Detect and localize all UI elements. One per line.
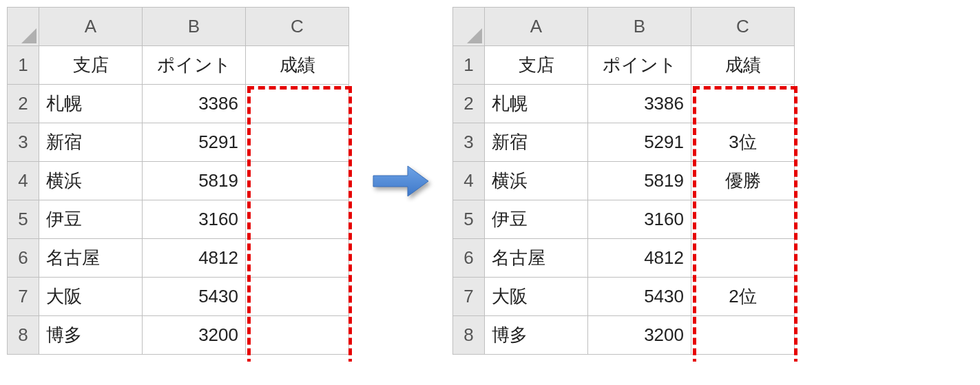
arrow-icon bbox=[370, 160, 432, 202]
row-header[interactable]: 8 bbox=[8, 316, 39, 355]
cell-branch[interactable]: 博多 bbox=[39, 316, 143, 355]
cell-branch[interactable]: 博多 bbox=[485, 316, 588, 355]
cell-points[interactable]: 5819 bbox=[143, 162, 246, 200]
header-cell-points[interactable]: ポイント bbox=[143, 46, 246, 85]
cell-branch[interactable]: 大阪 bbox=[39, 278, 143, 316]
col-header-C[interactable]: C bbox=[246, 8, 349, 46]
header-cell-branch[interactable]: 支店 bbox=[39, 46, 143, 85]
row-header[interactable]: 6 bbox=[8, 239, 39, 278]
cell-points[interactable]: 5430 bbox=[588, 278, 691, 316]
row-header[interactable]: 8 bbox=[453, 316, 485, 355]
row-header[interactable]: 2 bbox=[453, 85, 485, 123]
row-header[interactable]: 4 bbox=[8, 162, 39, 200]
row-header[interactable]: 1 bbox=[8, 46, 39, 85]
cell-points[interactable]: 5291 bbox=[588, 123, 691, 162]
header-cell-rank[interactable]: 成績 bbox=[691, 46, 795, 85]
cell-points[interactable]: 3160 bbox=[588, 200, 691, 239]
cell-points[interactable]: 4812 bbox=[588, 239, 691, 278]
col-header-C[interactable]: C bbox=[691, 8, 795, 46]
row-header[interactable]: 6 bbox=[453, 239, 485, 278]
cell-branch[interactable]: 札幌 bbox=[485, 85, 588, 123]
cell-branch[interactable]: 名古屋 bbox=[39, 239, 143, 278]
svg-marker-0 bbox=[373, 166, 428, 196]
cell-branch[interactable]: 名古屋 bbox=[485, 239, 588, 278]
row-header[interactable]: 5 bbox=[453, 200, 485, 239]
cell-branch[interactable]: 札幌 bbox=[39, 85, 143, 123]
cell-points[interactable]: 3200 bbox=[588, 316, 691, 355]
select-all-corner[interactable] bbox=[8, 8, 39, 46]
row-header[interactable]: 4 bbox=[453, 162, 485, 200]
header-cell-points[interactable]: ポイント bbox=[588, 46, 691, 85]
cell-branch[interactable]: 伊豆 bbox=[485, 200, 588, 239]
row-header[interactable]: 7 bbox=[8, 278, 39, 316]
cell-branch[interactable]: 伊豆 bbox=[39, 200, 143, 239]
col-header-A[interactable]: A bbox=[39, 8, 143, 46]
cell-branch[interactable]: 新宿 bbox=[39, 123, 143, 162]
left-spreadsheet: A B C 1 支店 ポイント 成績 2 札幌 3386 3 新宿 5291 bbox=[7, 7, 349, 355]
row-header[interactable]: 2 bbox=[8, 85, 39, 123]
col-header-B[interactable]: B bbox=[588, 8, 691, 46]
cell-points[interactable]: 5819 bbox=[588, 162, 691, 200]
header-cell-rank[interactable]: 成績 bbox=[246, 46, 349, 85]
cell-points[interactable]: 3200 bbox=[143, 316, 246, 355]
row-header[interactable]: 3 bbox=[453, 123, 485, 162]
row-header[interactable]: 1 bbox=[453, 46, 485, 85]
cell-branch[interactable]: 横浜 bbox=[39, 162, 143, 200]
cell-points[interactable]: 4812 bbox=[143, 239, 246, 278]
header-cell-branch[interactable]: 支店 bbox=[485, 46, 588, 85]
cell-points[interactable]: 3386 bbox=[143, 85, 246, 123]
row-header[interactable]: 3 bbox=[8, 123, 39, 162]
col-header-B[interactable]: B bbox=[143, 8, 246, 46]
cell-branch[interactable]: 横浜 bbox=[485, 162, 588, 200]
cell-points[interactable]: 3160 bbox=[143, 200, 246, 239]
cell-points[interactable]: 5291 bbox=[143, 123, 246, 162]
cell-points[interactable]: 3386 bbox=[588, 85, 691, 123]
col-header-A[interactable]: A bbox=[485, 8, 588, 46]
cell-branch[interactable]: 新宿 bbox=[485, 123, 588, 162]
selection-marquee bbox=[247, 86, 352, 362]
cell-points[interactable]: 5430 bbox=[143, 278, 246, 316]
row-header[interactable]: 5 bbox=[8, 200, 39, 239]
selection-marquee bbox=[693, 86, 797, 362]
select-all-corner[interactable] bbox=[453, 8, 485, 46]
row-header[interactable]: 7 bbox=[453, 278, 485, 316]
right-spreadsheet: A B C 1 支店 ポイント 成績 2 札幌 3386 3 新宿 5291 3… bbox=[452, 7, 795, 355]
cell-branch[interactable]: 大阪 bbox=[485, 278, 588, 316]
